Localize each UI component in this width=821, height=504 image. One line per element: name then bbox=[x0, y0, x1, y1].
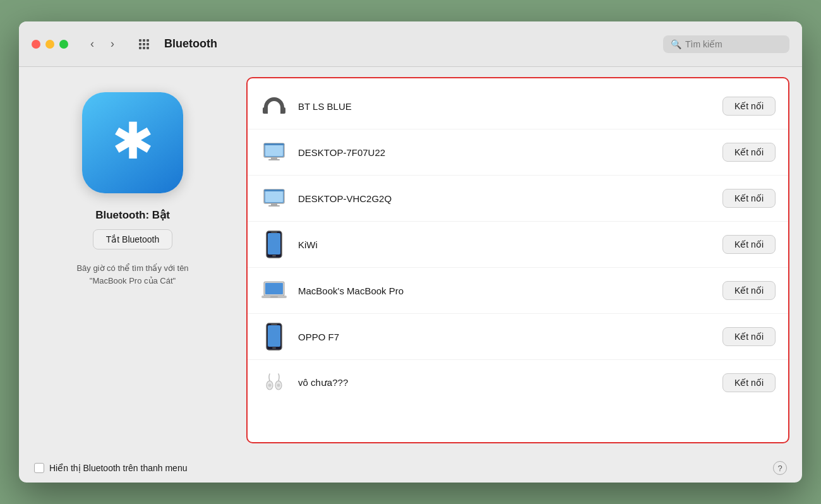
svg-rect-15 bbox=[271, 232, 277, 233]
show-bluetooth-label: Hiển thị Bluetooth trên thanh menu bbox=[49, 463, 187, 473]
svg-rect-17 bbox=[265, 283, 283, 294]
svg-rect-1 bbox=[281, 107, 285, 114]
bluetooth-icon-wrapper: ✱ bbox=[82, 92, 183, 193]
svg-point-25 bbox=[268, 384, 272, 387]
main-content: ✱ Bluetooth: Bật Tắt Bluetooth Bây giờ c… bbox=[19, 67, 802, 453]
search-icon: 🔍 bbox=[671, 39, 681, 49]
traffic-lights bbox=[32, 40, 68, 49]
connect-button[interactable]: Kết nối bbox=[722, 373, 776, 392]
show-bluetooth-checkbox-wrapper[interactable]: Hiển thị Bluetooth trên thanh menu bbox=[34, 463, 187, 473]
description-line1: Bây giờ có thể tìm thấy với tên bbox=[76, 263, 188, 273]
search-bar[interactable]: 🔍 bbox=[663, 35, 789, 53]
svg-rect-8 bbox=[265, 191, 283, 202]
bluetooth-description: Bây giờ có thể tìm thấy với tên "MacBook… bbox=[76, 262, 188, 287]
svg-rect-6 bbox=[264, 143, 284, 145]
close-button[interactable] bbox=[32, 40, 40, 49]
phone-icon bbox=[260, 231, 288, 258]
list-item: MacBook's MacBook Pro Kết nối bbox=[248, 268, 788, 314]
system-preferences-window: ‹ › Bluetooth 🔍 ✱ Bluetooth: Bật Tắt Blu… bbox=[19, 21, 802, 483]
svg-rect-21 bbox=[268, 325, 280, 347]
device-name: vô chưa??? bbox=[298, 377, 712, 388]
svg-rect-22 bbox=[272, 347, 276, 349]
connect-button[interactable]: Kết nối bbox=[722, 281, 776, 300]
svg-rect-9 bbox=[271, 203, 277, 205]
svg-rect-23 bbox=[271, 324, 277, 325]
back-button[interactable]: ‹ bbox=[83, 35, 101, 53]
show-bluetooth-checkbox[interactable] bbox=[34, 463, 44, 473]
list-item: OPPO F7 Kết nối bbox=[248, 314, 788, 360]
connect-button[interactable]: Kết nối bbox=[722, 327, 776, 346]
svg-rect-4 bbox=[271, 157, 277, 159]
grid-icon bbox=[139, 39, 149, 49]
list-item: DESKTOP-7F07U22 Kết nối bbox=[248, 129, 788, 176]
list-item: BT LS BLUE Kết nối bbox=[248, 83, 788, 129]
nav-buttons: ‹ › bbox=[83, 35, 121, 53]
sidebar: ✱ Bluetooth: Bật Tắt Bluetooth Bây giờ c… bbox=[19, 67, 246, 453]
description-line2: "MacBook Pro của Cát" bbox=[90, 276, 176, 285]
connect-button[interactable]: Kết nối bbox=[722, 97, 776, 116]
svg-rect-3 bbox=[265, 145, 283, 156]
svg-rect-10 bbox=[268, 205, 280, 207]
svg-rect-11 bbox=[264, 189, 284, 191]
search-input[interactable] bbox=[685, 39, 774, 49]
svg-rect-5 bbox=[268, 159, 280, 160]
maximize-button[interactable] bbox=[59, 40, 68, 49]
device-name: DESKTOP-7F07U22 bbox=[298, 147, 712, 158]
monitor-icon bbox=[260, 138, 288, 166]
phone-icon bbox=[260, 323, 288, 351]
earbuds-icon bbox=[260, 369, 288, 397]
bluetooth-symbol: ✱ bbox=[112, 116, 154, 167]
device-name: MacBook's MacBook Pro bbox=[298, 285, 712, 296]
list-item: KiWi Kết nối bbox=[248, 222, 788, 268]
bottom-bar: Hiển thị Bluetooth trên thanh menu ? bbox=[19, 453, 802, 483]
connect-button[interactable]: Kết nối bbox=[722, 189, 776, 208]
device-name: OPPO F7 bbox=[298, 332, 712, 342]
titlebar: ‹ › Bluetooth 🔍 bbox=[19, 21, 802, 67]
svg-rect-19 bbox=[270, 296, 278, 297]
svg-rect-0 bbox=[263, 107, 267, 114]
window-title: Bluetooth bbox=[164, 37, 653, 51]
svg-point-27 bbox=[277, 384, 280, 387]
laptop-icon bbox=[260, 277, 288, 304]
devices-container: BT LS BLUE Kết nối bbox=[246, 77, 789, 443]
bluetooth-status-label: Bluetooth: Bật bbox=[95, 208, 170, 222]
device-name: BT LS BLUE bbox=[298, 101, 712, 112]
list-item: DESKTOP-VHC2G2Q Kết nối bbox=[248, 176, 788, 222]
list-item: vô chưa??? Kết nối bbox=[248, 360, 788, 405]
svg-rect-13 bbox=[268, 233, 280, 255]
devices-list[interactable]: BT LS BLUE Kết nối bbox=[248, 78, 788, 442]
connect-button[interactable]: Kết nối bbox=[722, 235, 776, 254]
device-name: KiWi bbox=[298, 239, 712, 250]
monitor-icon bbox=[260, 184, 288, 212]
minimize-button[interactable] bbox=[45, 40, 54, 49]
grid-view-button[interactable] bbox=[134, 35, 154, 53]
headphones-icon bbox=[260, 92, 288, 120]
device-name: DESKTOP-VHC2G2Q bbox=[298, 193, 712, 204]
right-panel: BT LS BLUE Kết nối bbox=[246, 67, 802, 453]
svg-rect-14 bbox=[272, 255, 276, 256]
toggle-bluetooth-button[interactable]: Tắt Bluetooth bbox=[93, 229, 173, 249]
connect-button[interactable]: Kết nối bbox=[722, 143, 776, 162]
help-button[interactable]: ? bbox=[773, 461, 787, 475]
forward-button[interactable]: › bbox=[104, 35, 121, 53]
